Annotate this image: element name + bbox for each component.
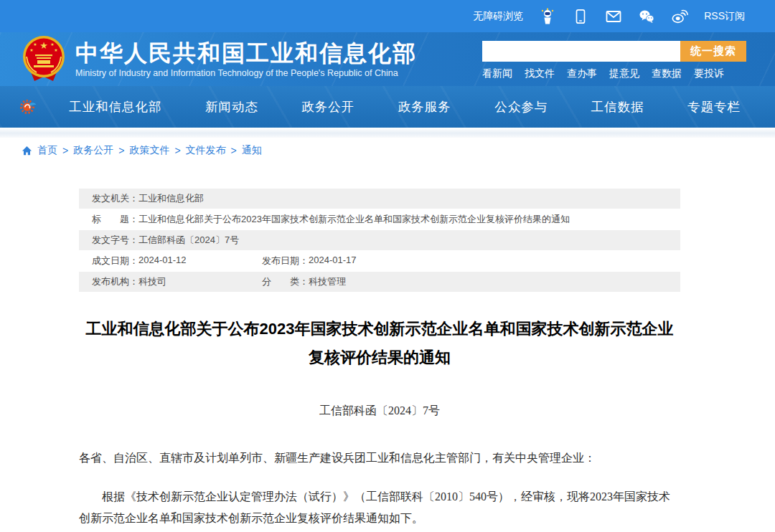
quick-link-services[interactable]: 查办事 <box>567 67 597 80</box>
nav-item-miit-data[interactable]: 工信数据 <box>591 98 644 115</box>
meta-row-dates: 成文日期：2024-01-12 发布日期：2024-01-17 <box>79 251 680 271</box>
meta-value: 2024-01-17 <box>309 255 357 267</box>
svg-text:★: ★ <box>54 48 57 52</box>
nav-item-special-topics[interactable]: 专题专栏 <box>687 98 741 115</box>
meta-value: 工业和信息化部关于公布2023年国家技术创新示范企业名单和国家技术创新示范企业复… <box>138 213 570 226</box>
search-button[interactable]: 统一搜索 <box>680 41 746 62</box>
home-icon[interactable] <box>22 146 32 156</box>
svg-text:★: ★ <box>39 40 48 51</box>
meta-row-title: 标 题：工业和信息化部关于公布2023年国家技术创新示范企业名单和国家技术创新示… <box>79 209 680 229</box>
svg-text:★: ★ <box>50 42 54 47</box>
breadcrumb-separator: > <box>231 145 237 156</box>
meta-label: 标 题： <box>92 213 138 226</box>
nav-item-gov-disclosure[interactable]: 政务公开 <box>301 98 354 115</box>
rss-link[interactable]: RSS订阅 <box>704 10 745 23</box>
nav-item-news[interactable]: 新闻动态 <box>205 98 258 115</box>
meta-table: 发文机关：工业和信息化部 标 题：工业和信息化部关于公布2023年国家技术创新示… <box>79 189 680 292</box>
quick-links: 看新闻 找文件 查办事 提意见 查数据 要投诉 <box>482 67 746 80</box>
meta-value: 科技管理 <box>309 275 346 288</box>
meta-label: 发布日期： <box>262 255 309 267</box>
meta-value: 工信部科函〔2024〕7号 <box>138 234 239 247</box>
breadcrumb-notice[interactable]: 通知 <box>242 144 262 157</box>
wechat-icon[interactable] <box>638 8 655 25</box>
nav-item-miit[interactable]: 工业和信息化部 <box>69 98 162 115</box>
quick-link-data[interactable]: 查数据 <box>652 67 682 80</box>
breadcrumb: 首页 > 政务公开 > 政策文件 > 文件发布 > 通知 <box>0 138 775 157</box>
search-area: 统一搜索 看新闻 找文件 查办事 提意见 查数据 要投诉 <box>482 41 746 80</box>
breadcrumb-separator: > <box>118 145 124 156</box>
breadcrumb-gov-disclosure[interactable]: 政务公开 <box>73 144 113 157</box>
meta-label: 发布机构： <box>92 275 138 288</box>
meta-value: 工业和信息化部 <box>138 192 204 205</box>
nav-item-public-participation[interactable]: 公众参与 <box>494 98 548 115</box>
quick-link-files[interactable]: 找文件 <box>525 67 555 80</box>
breadcrumb-policy-files[interactable]: 政策文件 <box>129 144 169 157</box>
site-header: ★ ★ ★ ★ ★ 中华人民共和国工业和信息化部 Ministry of Ind… <box>0 32 775 86</box>
site-title: 中华人民共和国工业和信息化部 <box>75 40 417 66</box>
mobile-icon[interactable] <box>572 8 589 25</box>
nav-item-gov-services[interactable]: 政务服务 <box>398 98 451 115</box>
weibo-icon[interactable] <box>671 8 688 25</box>
meta-value: 2024-01-12 <box>138 255 187 267</box>
breadcrumb-file-release[interactable]: 文件发布 <box>186 144 226 157</box>
meta-label: 分 类： <box>262 275 309 288</box>
document-number: 工信部科函〔2024〕7号 <box>79 404 680 419</box>
meta-value: 科技司 <box>138 275 166 288</box>
document-content: 发文机关：工业和信息化部 标 题：工业和信息化部关于公布2023年国家技术创新示… <box>79 189 680 529</box>
meta-row-issuing-agency: 发文机关：工业和信息化部 <box>79 189 680 209</box>
mail-icon[interactable] <box>605 8 622 25</box>
breadcrumb-separator: > <box>174 145 180 156</box>
breadcrumb-home[interactable]: 首页 <box>37 144 57 157</box>
document-paragraph: 各省、自治区、直辖市及计划单列市、新疆生产建设兵团工业和信息化主管部门，有关中央… <box>79 447 680 469</box>
accessibility-link[interactable]: 无障碍浏览 <box>473 10 523 23</box>
svg-text:★: ★ <box>33 42 37 47</box>
topbar: 无障碍浏览 <box>0 0 775 32</box>
site-subtitle: Ministry of Industry and Information Tec… <box>75 68 417 78</box>
meta-label: 发文字号： <box>92 234 138 247</box>
document-body: 各省、自治区、直辖市及计划单列市、新疆生产建设兵团工业和信息化主管部门，有关中央… <box>79 447 680 529</box>
quick-link-feedback[interactable]: 提意见 <box>609 67 639 80</box>
document-paragraph: 根据《技术创新示范企业认定管理办法（试行）》（工信部联科〔2010〕540号），… <box>79 486 680 529</box>
document-title: 工业和信息化部关于公布2023年国家技术创新示范企业名单和国家技术创新示范企业复… <box>79 315 680 372</box>
quick-link-news[interactable]: 看新闻 <box>482 67 512 80</box>
national-emblem-icon: ★ ★ ★ ★ ★ <box>22 35 66 84</box>
robot-icon[interactable] <box>539 8 556 25</box>
meta-label: 发文机关： <box>92 192 138 205</box>
miit-logo-icon[interactable] <box>19 98 37 120</box>
main-nav: 工业和信息化部 新闻动态 政务公开 政务服务 公众参与 工信数据 专题专栏 <box>0 86 775 128</box>
breadcrumb-separator: > <box>62 145 68 156</box>
svg-text:★: ★ <box>29 48 33 52</box>
search-input[interactable] <box>482 41 680 62</box>
nav-bottom-gradient <box>0 128 775 138</box>
meta-row-publisher: 发布机构：科技司 分 类：科技管理 <box>79 272 680 292</box>
site-title-block: 中华人民共和国工业和信息化部 Ministry of Industry and … <box>75 40 417 78</box>
quick-link-complaint[interactable]: 要投诉 <box>694 67 724 80</box>
meta-row-doc-number: 发文字号：工信部科函〔2024〕7号 <box>79 230 680 250</box>
meta-label: 成文日期： <box>92 255 138 267</box>
